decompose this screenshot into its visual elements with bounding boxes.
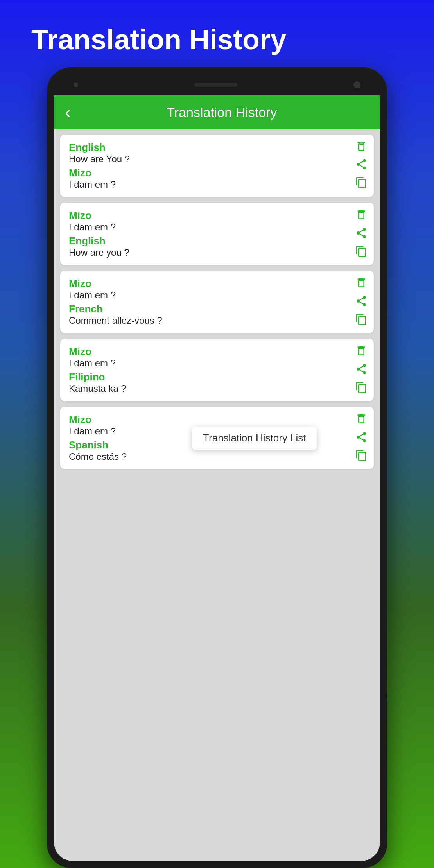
from-text: How are You ? [69,154,343,165]
share-icon [355,363,368,375]
share-icon [355,431,368,443]
share-button[interactable] [355,431,368,445]
to-lang: Mizo [69,167,343,179]
card-actions [355,274,368,329]
to-text: Comment allez-vous ? [69,315,343,326]
notch-bar [54,74,380,95]
from-lang: Mizo [69,278,343,290]
share-icon [355,158,368,170]
from-text: I dam em ? [69,358,343,369]
to-lang: French [69,303,343,315]
translation-card-last: Mizo I dam em ? Spanish Cómo estás ? Tra… [60,407,374,469]
notch-dot-left [74,82,78,87]
to-text: Cómo estás ? [69,451,343,462]
share-button[interactable] [355,227,368,241]
copy-icon [355,176,368,189]
to-lang: Filipino [69,371,343,383]
from-text: I dam em ? [69,290,343,301]
delete-button[interactable] [355,412,368,427]
page-title: Translation History [31,24,286,55]
copy-button[interactable] [355,313,368,327]
notch-speaker [194,83,237,87]
copy-button[interactable] [355,176,368,192]
translation-card: Mizo I dam em ? Filipino Kamusta ka ? [60,339,374,401]
to-lang: English [69,235,343,247]
delete-button[interactable] [355,344,368,359]
card-actions [355,343,368,397]
delete-icon [355,344,368,357]
delete-button[interactable] [355,276,368,291]
card-actions [355,411,368,465]
from-lang: Mizo [69,210,343,222]
share-button[interactable] [355,158,368,173]
card-actions [355,206,368,261]
share-icon [355,295,368,307]
copy-button[interactable] [355,381,368,395]
notch-camera [353,81,360,88]
share-button[interactable] [355,295,368,309]
copy-button[interactable] [355,449,368,463]
delete-button[interactable] [355,208,368,222]
phone-frame: ‹ Translation History English How are Yo… [47,67,387,868]
copy-icon [355,245,368,258]
appbar-title: Translation History [75,105,369,120]
translation-card: Mizo I dam em ? French Comment allez-vou… [60,271,374,333]
content-area[interactable]: English How are You ? Mizo I dam em ? [54,129,380,861]
from-lang: Mizo [69,346,343,358]
delete-button[interactable] [355,140,368,155]
app-bar: ‹ Translation History [54,95,380,129]
to-text: I dam em ? [69,179,343,190]
back-button[interactable]: ‹ [65,104,71,121]
translation-card: Mizo I dam em ? English How are you ? [60,203,374,265]
delete-icon [355,140,368,152]
from-text: I dam em ? [69,222,343,233]
delete-icon [355,276,368,289]
delete-icon [355,208,368,221]
phone-screen: ‹ Translation History English How are Yo… [54,74,380,861]
to-text: Kamusta ka ? [69,383,343,394]
translation-card: English How are You ? Mizo I dam em ? [60,135,374,197]
share-button[interactable] [355,363,368,377]
svg-rect-0 [360,142,363,143]
share-icon [355,227,368,239]
copy-icon [355,381,368,394]
card-actions [355,138,368,193]
copy-icon [355,449,368,462]
to-text: How are you ? [69,247,343,258]
copy-icon [355,313,368,326]
page-title-area: Translation History [0,0,434,67]
tooltip-bubble: Translation History List [192,427,317,450]
from-lang: Mizo [69,414,343,426]
copy-button[interactable] [355,245,368,259]
from-lang: English [69,142,343,154]
delete-icon [355,412,368,425]
